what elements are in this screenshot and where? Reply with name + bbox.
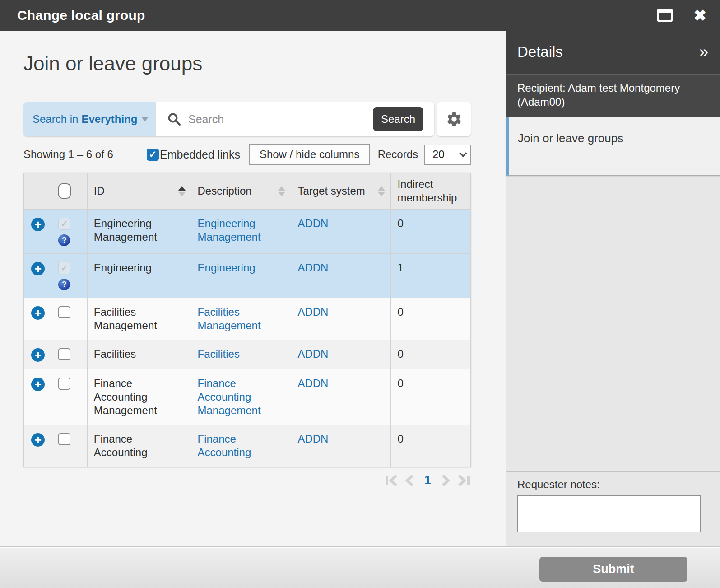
cell-id: Finance Accounting [87, 425, 191, 467]
column-header-description[interactable]: Description [191, 173, 291, 210]
change-local-group-dialog: Change local group ✖ Join or leave group… [0, 0, 720, 588]
search-settings-button[interactable] [437, 102, 471, 136]
expand-row-icon[interactable]: + [31, 348, 45, 362]
select-all-header [51, 173, 76, 210]
select-all-checkbox[interactable] [58, 183, 71, 199]
cell-description-link[interactable]: Facilities Management [191, 298, 291, 340]
show-hide-columns-button[interactable]: Show / hide columns [249, 144, 370, 165]
row-checkbox[interactable] [58, 433, 70, 445]
dialog-title: Change local group [17, 8, 145, 23]
maximize-icon[interactable] [657, 9, 673, 22]
current-page[interactable]: 1 [424, 473, 431, 487]
question-circle-icon[interactable]: ? [58, 279, 70, 290]
question-circle-icon[interactable]: ? [58, 234, 70, 246]
row-checkbox[interactable]: ✓ [58, 262, 70, 274]
details-item-join-or-leave-groups[interactable]: Join or leave groups [506, 117, 720, 176]
next-page-icon[interactable] [440, 474, 452, 487]
expand-row-icon[interactable]: + [31, 262, 45, 275]
cell-id: Facilities [87, 340, 191, 369]
table-row: + ✓ ? Engineering Engineering ADDN 1 [24, 254, 471, 298]
embedded-links-checkbox[interactable]: ✓ [147, 149, 159, 161]
main-area: Join or leave groups Search in Everythin… [0, 31, 506, 546]
cell-indirect-membership: 0 [391, 425, 471, 467]
records-label: Records [378, 148, 418, 161]
details-title: Details [517, 43, 563, 61]
cell-target-system-link[interactable]: ADDN [291, 369, 391, 425]
submit-button[interactable]: Submit [539, 557, 687, 582]
cell-id: Facilities Management [87, 298, 191, 340]
gear-icon [446, 111, 463, 128]
row-checkbox[interactable]: ✓ [58, 218, 70, 230]
column-header-indirect-membership[interactable]: Indirect membership [391, 173, 471, 210]
search-box: Search in Everything Search Search [23, 102, 434, 136]
list-controls: Showing 1 – 6 of 6 ✓ Embedded links Show… [23, 144, 471, 165]
cell-indirect-membership: 0 [391, 340, 471, 369]
cell-indirect-membership: 1 [391, 254, 471, 298]
row-checkbox[interactable] [58, 378, 70, 390]
chevron-down-icon [141, 117, 149, 121]
expand-row-icon[interactable]: + [31, 433, 45, 447]
embedded-links-label: Embedded links [160, 148, 240, 161]
cell-target-system-link[interactable]: ADDN [291, 254, 391, 298]
table-row: + ✓ ? Engineering Management Engineering… [24, 210, 471, 254]
cell-id: Engineering Management [87, 210, 191, 254]
search-input[interactable]: Search Search [156, 107, 434, 131]
table-header-row: ID Description Target system [24, 173, 471, 210]
cell-target-system-link[interactable]: ADDN [291, 425, 391, 467]
last-page-icon[interactable] [455, 474, 471, 487]
chevron-down-icon [459, 149, 467, 157]
footer: Submit [0, 546, 720, 588]
row-checkbox[interactable] [58, 348, 70, 360]
first-page-icon[interactable] [385, 474, 400, 487]
sort-icons [178, 186, 187, 196]
showing-count: Showing 1 – 6 of 6 [23, 148, 114, 161]
cell-indirect-membership: 0 [391, 369, 471, 425]
sort-icons [378, 186, 387, 196]
search-scope-dropdown[interactable]: Search in Everything [23, 102, 156, 136]
table-row: + Facilities Facilities ADDN 0 [24, 340, 471, 369]
search-scope-label: Search in [33, 113, 78, 126]
row-checkbox[interactable] [58, 306, 70, 318]
cell-target-system-link[interactable]: ADDN [291, 340, 391, 369]
column-header-target-system[interactable]: Target system [291, 173, 391, 210]
cell-indirect-membership: 0 [391, 210, 471, 254]
panel-divider [506, 0, 506, 588]
requester-notes-label: Requester notes: [517, 478, 720, 491]
sort-icons [278, 186, 287, 196]
requester-notes-input[interactable] [517, 495, 701, 532]
cell-indirect-membership: 0 [391, 298, 471, 340]
prev-page-icon[interactable] [404, 474, 415, 487]
search-button[interactable]: Search [373, 107, 423, 131]
page-title: Join or leave groups [23, 52, 506, 75]
cell-description-link[interactable]: Facilities [191, 340, 291, 369]
table-row: + Facilities Management Facilities Manag… [24, 298, 471, 340]
records-value: 20 [432, 148, 445, 161]
cell-description-link[interactable]: Finance Accounting Management [191, 369, 291, 425]
table-body: + ✓ ? Engineering Management Engineering… [24, 210, 471, 467]
cell-id: Finance Accounting Management [87, 369, 191, 425]
expand-column-header [24, 173, 51, 210]
double-chevron-right-icon[interactable]: » [699, 44, 708, 60]
titlebar: Change local group ✖ [0, 0, 720, 31]
table-row: + Finance Accounting Finance Accounting … [24, 425, 471, 467]
column-header-id[interactable]: ID [87, 173, 191, 210]
cell-description-link[interactable]: Engineering Management [191, 210, 291, 254]
table-row: + Finance Accounting Management Finance … [24, 369, 471, 425]
records-select[interactable]: 20 [424, 145, 471, 165]
search-placeholder: Search [188, 113, 224, 126]
details-panel-header: Details » [506, 31, 720, 74]
expand-row-icon[interactable]: + [31, 218, 45, 231]
details-panel: Details » Recipient: Adam test Montgomer… [506, 31, 720, 546]
groups-table: ID Description Target system [23, 173, 471, 467]
cell-target-system-link[interactable]: ADDN [291, 298, 391, 340]
expand-row-icon[interactable]: + [31, 306, 45, 320]
expand-row-icon[interactable]: + [31, 378, 45, 391]
cell-description-link[interactable]: Finance Accounting [191, 425, 291, 467]
close-icon[interactable]: ✖ [694, 8, 707, 23]
cell-description-link[interactable]: Engineering [191, 254, 291, 298]
search-scope-value: Everything [81, 113, 137, 126]
pagination: 1 [23, 473, 471, 487]
search-icon [167, 112, 181, 126]
requester-notes-section: Requester notes: [506, 471, 720, 546]
cell-target-system-link[interactable]: ADDN [291, 210, 391, 254]
